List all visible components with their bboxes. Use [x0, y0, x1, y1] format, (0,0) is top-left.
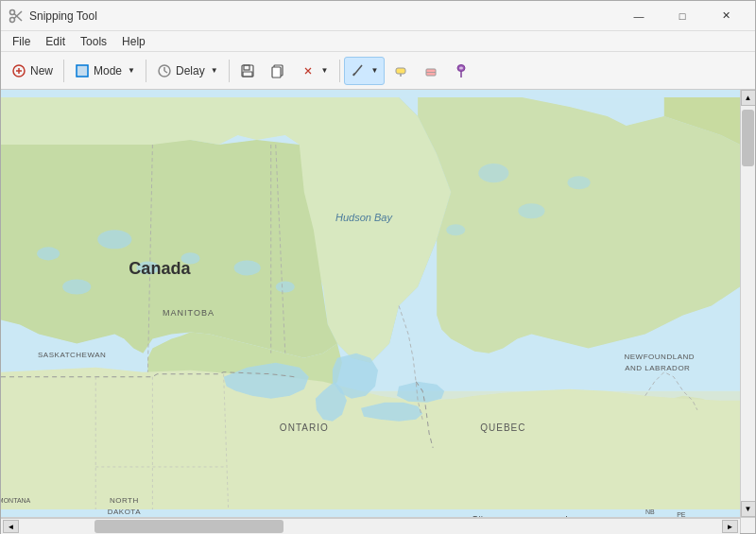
scroll-right-button[interactable]: ►	[722, 520, 738, 533]
separator-1	[63, 60, 64, 82]
separator-3	[229, 60, 230, 82]
menu-bar: File Edit Tools Help	[1, 31, 755, 52]
copy-button[interactable]	[264, 57, 292, 85]
svg-point-36	[568, 176, 591, 189]
content-area: Hudson Bay Canada MANITOBA SASKATCHEWAN …	[1, 90, 755, 517]
svg-text:Montreal: Montreal	[534, 515, 567, 517]
snipping-tool-window: Snipping Tool — □ ✕ File Edit Tools Help…	[0, 0, 756, 534]
scroll-track-vertical[interactable]	[741, 106, 755, 501]
pin-button[interactable]	[447, 57, 475, 85]
pen-icon	[351, 63, 366, 78]
scroll-left-button[interactable]: ◄	[3, 520, 19, 533]
svg-point-31	[37, 247, 60, 260]
bottom-bar: ◄ ►	[1, 517, 755, 533]
svg-point-37	[446, 224, 465, 235]
delay-dropdown-arrow: ▼	[211, 66, 218, 75]
close-button[interactable]: ✕	[704, 1, 747, 31]
app-icon	[9, 9, 24, 24]
scrollbar-horizontal[interactable]: ◄ ►	[1, 518, 740, 534]
mode-button[interactable]: Mode ▼	[68, 57, 142, 85]
svg-text:Ottawa: Ottawa	[472, 514, 500, 517]
svg-text:MONTANA: MONTANA	[1, 497, 31, 504]
scroll-thumb-horizontal[interactable]	[94, 520, 284, 533]
scroll-track-horizontal[interactable]	[19, 519, 722, 534]
scroll-thumb-vertical[interactable]	[742, 110, 754, 166]
delay-label: Delay	[176, 64, 205, 78]
delay-icon	[157, 63, 172, 78]
mode-dropdown-arrow: ▼	[128, 66, 135, 75]
copy-icon	[270, 63, 285, 78]
window-title: Snipping Tool	[29, 9, 617, 23]
svg-text:NB: NB	[645, 508, 655, 515]
svg-rect-20	[396, 68, 405, 74]
delay-button[interactable]: Delay ▼	[150, 57, 225, 85]
svg-rect-13	[244, 65, 249, 70]
svg-point-32	[234, 260, 261, 275]
scroll-corner	[740, 518, 755, 533]
scrollbar-vertical[interactable]: ▲ ▼	[740, 90, 755, 517]
window-controls: — □ ✕	[617, 1, 747, 31]
eraser-button[interactable]	[417, 57, 445, 85]
svg-rect-8	[77, 65, 88, 77]
toolbar: New Mode ▼ Delay	[1, 52, 755, 90]
new-label: New	[30, 64, 53, 78]
save-button[interactable]	[233, 57, 262, 85]
highlighter-button[interactable]	[387, 57, 415, 85]
svg-point-25	[459, 66, 463, 69]
svg-text:NEWFOUNDLAND: NEWFOUNDLAND	[624, 353, 695, 361]
pen-dropdown-arrow: ▼	[371, 66, 379, 75]
map-container[interactable]: Hudson Bay Canada MANITOBA SASKATCHEWAN …	[1, 90, 740, 517]
maximize-button[interactable]: □	[661, 1, 704, 31]
scroll-up-button[interactable]: ▲	[741, 90, 756, 106]
erase-icon	[301, 63, 316, 78]
svg-point-29	[62, 279, 91, 294]
svg-text:DAKOTA: DAKOTA	[108, 508, 142, 516]
svg-text:QUEBEC: QUEBEC	[480, 422, 525, 433]
mode-icon	[75, 63, 90, 78]
svg-text:MANITOBA: MANITOBA	[163, 308, 215, 318]
menu-help[interactable]: Help	[114, 31, 153, 52]
separator-2	[146, 60, 146, 82]
new-button[interactable]: New	[5, 57, 60, 85]
svg-text:NORTH: NORTH	[110, 496, 139, 505]
map-svg: Hudson Bay Canada MANITOBA SASKATCHEWAN …	[1, 90, 740, 517]
mode-label: Mode	[94, 64, 122, 78]
svg-text:AND LABRADOR: AND LABRADOR	[625, 364, 690, 372]
svg-point-27	[97, 230, 131, 249]
svg-point-0	[10, 17, 15, 22]
minimize-button[interactable]: —	[617, 1, 661, 31]
eraser-icon	[423, 63, 438, 78]
svg-point-35	[518, 203, 544, 218]
svg-line-11	[164, 71, 167, 73]
title-bar: Snipping Tool — □ ✕	[1, 1, 755, 31]
svg-point-33	[276, 281, 295, 292]
svg-rect-16	[272, 67, 281, 78]
new-icon	[11, 63, 26, 78]
erase-dropdown-arrow: ▼	[321, 66, 329, 75]
svg-text:SASKATCHEWAN: SASKATCHEWAN	[38, 351, 106, 359]
scroll-down-button[interactable]: ▼	[741, 501, 756, 517]
svg-point-34	[478, 164, 508, 182]
menu-edit[interactable]: Edit	[38, 31, 73, 52]
svg-text:ONTARIO: ONTARIO	[280, 422, 329, 433]
svg-text:Canada: Canada	[129, 259, 191, 278]
save-icon	[240, 63, 255, 78]
separator-4	[339, 60, 340, 82]
svg-rect-14	[243, 72, 252, 77]
pin-icon	[454, 63, 469, 78]
svg-point-1	[10, 9, 15, 14]
menu-file[interactable]: File	[5, 31, 38, 52]
menu-tools[interactable]: Tools	[73, 31, 114, 52]
svg-text:Hudson Bay: Hudson Bay	[335, 212, 394, 223]
svg-text:PE: PE	[677, 511, 686, 517]
erase-button[interactable]: ▼	[294, 57, 335, 85]
highlighter-icon	[393, 63, 408, 78]
pen-button[interactable]: ▼	[344, 57, 386, 85]
